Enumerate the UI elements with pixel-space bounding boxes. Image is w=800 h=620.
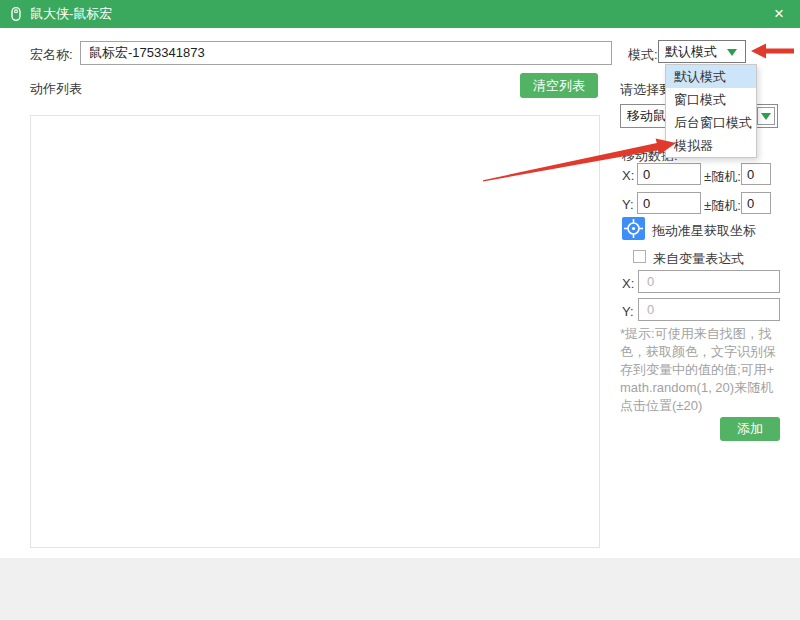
- mouse-icon: [8, 6, 24, 22]
- mode-option-emulator[interactable]: 模拟器: [666, 134, 756, 157]
- clear-list-button[interactable]: 清空列表: [520, 73, 598, 98]
- crosshair-label: 拖动准星获取坐标: [652, 222, 756, 240]
- title-bar: 鼠大侠-鼠标宏 ×: [0, 0, 800, 28]
- crosshair-drag-button[interactable]: [622, 217, 645, 240]
- mode-select[interactable]: 默认模式: [658, 40, 746, 63]
- action-list-label: 动作列表: [30, 80, 82, 98]
- macro-name-label: 宏名称:: [30, 46, 73, 64]
- var-y-label: Y:: [622, 304, 634, 319]
- mode-option-background-window[interactable]: 后台窗口模式: [666, 111, 756, 134]
- add-button[interactable]: 添加: [720, 417, 780, 441]
- x-input[interactable]: [637, 163, 701, 185]
- crosshair-icon: [622, 217, 645, 240]
- mode-select-value: 默认模式: [665, 43, 717, 61]
- mode-option-window[interactable]: 窗口模式: [666, 88, 756, 111]
- x-random-input[interactable]: [741, 163, 771, 185]
- chevron-down-icon: [761, 113, 771, 120]
- chevron-down-icon: [727, 49, 737, 56]
- var-x-label: X:: [622, 276, 634, 291]
- action-list-box[interactable]: [30, 115, 600, 548]
- mode-label: 模式:: [628, 46, 658, 64]
- footer-bar: 取消 保存 ↘: [0, 558, 800, 620]
- y-input[interactable]: [637, 192, 701, 214]
- mouse-macro-dialog: 鼠大侠-鼠标宏 × 宏名称: 模式: 默认模式 动作列表 清空列表 请选择要 移…: [0, 0, 800, 620]
- macro-name-input[interactable]: [80, 41, 612, 65]
- mode-dropdown-menu: 默认模式 窗口模式 后台窗口模式 模拟器: [665, 64, 757, 158]
- variable-expression-checkbox[interactable]: [633, 250, 646, 263]
- x-random-label: ±随机:: [704, 168, 741, 186]
- y-label: Y:: [622, 197, 634, 212]
- y-random-label: ±随机:: [704, 197, 741, 215]
- x-label: X:: [622, 168, 634, 183]
- variable-expression-label: 来自变量表达式: [653, 250, 744, 268]
- close-icon[interactable]: ×: [768, 4, 790, 24]
- var-y-input[interactable]: [638, 298, 780, 321]
- y-random-input[interactable]: [741, 192, 771, 214]
- arrow-to-mode-select: [751, 44, 794, 59]
- window-title: 鼠大侠-鼠标宏: [30, 5, 112, 23]
- var-x-input[interactable]: [638, 270, 780, 293]
- action-select-arrow-button[interactable]: [757, 107, 775, 125]
- hint-text: *提示:可使用来自找图，找色，获取颜色，文字识别保存到变量中的值的值;可用+ma…: [620, 325, 784, 415]
- mode-option-default[interactable]: 默认模式: [666, 65, 756, 88]
